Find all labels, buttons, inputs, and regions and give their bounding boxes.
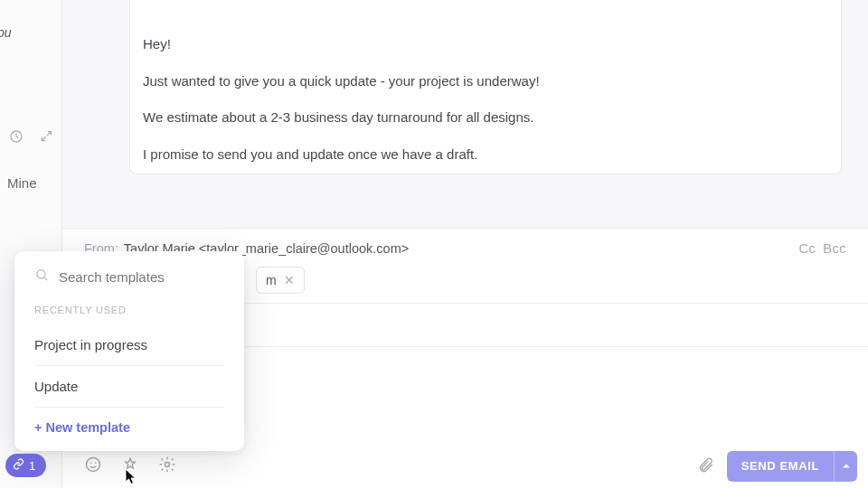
cc-bcc-group: CcBcc (799, 241, 846, 256)
sidebar-icon-row (0, 129, 62, 147)
recipient-chip-text: m (266, 273, 277, 287)
search-icon (34, 267, 50, 286)
svg-point-5 (37, 270, 45, 278)
bcc-button[interactable]: Bcc (823, 241, 846, 256)
cc-button[interactable]: Cc (799, 241, 816, 256)
chip-remove-icon[interactable]: ✕ (284, 273, 295, 287)
expand-icon[interactable] (40, 129, 53, 147)
send-email-label[interactable]: SEND EMAIL (727, 451, 834, 482)
template-item[interactable]: Update (34, 366, 224, 408)
send-caret-icon[interactable] (834, 451, 857, 482)
svg-point-4 (165, 463, 170, 467)
footer-icon-group (84, 455, 176, 477)
sidebar-mine-label[interactable]: Mine (7, 175, 37, 191)
send-email-button[interactable]: SEND EMAIL (727, 451, 857, 482)
template-item[interactable]: Project in progress (34, 324, 224, 366)
message-line: We estimate about a 2-3 business day tur… (143, 108, 828, 128)
link-count: 1 (29, 459, 35, 473)
gear-icon[interactable] (158, 455, 176, 477)
svg-point-1 (87, 458, 100, 472)
clock-icon[interactable] (9, 129, 24, 147)
templates-section-label: RECENTLY USED (14, 297, 244, 324)
link-pill[interactable]: 1 (5, 454, 46, 477)
template-icon[interactable] (122, 456, 138, 476)
attachment-icon[interactable] (697, 456, 714, 477)
svg-point-2 (90, 463, 92, 465)
template-search-input[interactable] (59, 269, 231, 285)
new-template-button[interactable]: + New template (14, 408, 244, 438)
templates-popover: RECENTLY USED Project in progress Update… (14, 251, 244, 451)
message-line: I promise to send you and update once we… (143, 145, 828, 165)
compose-footer: SEND EMAIL (62, 445, 868, 488)
template-search-row (14, 267, 244, 297)
svg-point-3 (95, 463, 97, 465)
recipient-chip[interactable]: m ✕ (256, 267, 305, 294)
sidebar-you-label: you (0, 25, 12, 40)
message-line: Just wanted to give you a quick update -… (143, 71, 828, 92)
link-icon (13, 458, 24, 473)
message-card: Hey! Just wanted to give you a quick upd… (129, 0, 842, 174)
emoji-icon[interactable] (84, 455, 102, 477)
message-line: Hey! (143, 34, 828, 55)
